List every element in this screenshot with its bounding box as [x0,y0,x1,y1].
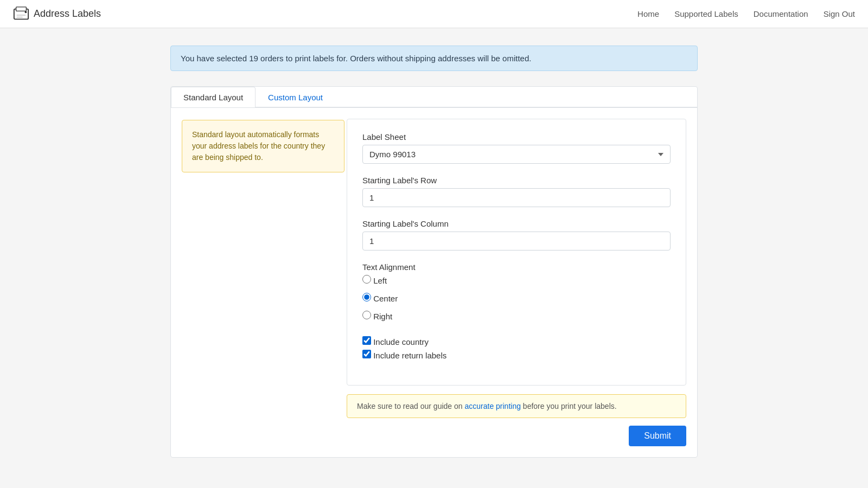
starting-column-group: Starting Label's Column [362,219,671,251]
include-country-checkbox[interactable] [362,336,371,345]
tabs-wrapper: Standard Layout Custom Layout Standard l… [170,86,698,458]
include-return-labels-label: Include return labels [373,351,446,360]
alignment-left-label: Left [373,276,387,285]
starting-row-label: Starting Label's Row [362,176,671,185]
include-country-item[interactable]: Include country [362,336,671,346]
alert-message: You have selected 19 orders to print lab… [181,54,531,63]
label-sheet-label: Label Sheet [362,132,671,142]
home-link[interactable]: Home [637,9,659,18]
right-column: Label Sheet Dymo 99013 Avery 5160 Avery … [347,119,697,457]
bottom-note-post: before you print your labels. [521,402,617,410]
include-return-labels-checkbox[interactable] [362,350,371,358]
bottom-note-pre: Make sure to read our guide on [357,402,464,410]
alignment-right-item[interactable]: Right [362,311,671,321]
starting-row-group: Starting Label's Row [362,176,671,207]
include-return-labels-item[interactable]: Include return labels [362,350,671,360]
svg-rect-2 [17,14,26,15]
supported-labels-link[interactable]: Supported Labels [674,9,738,18]
left-column: Standard layout automatically formats yo… [171,119,334,457]
main-content: You have selected 19 orders to print lab… [157,46,711,458]
info-box-text: Standard layout automatically formats yo… [192,130,325,162]
svg-point-4 [25,11,27,13]
tabs-header: Standard Layout Custom Layout [171,87,697,108]
address-labels-icon [13,6,29,22]
navbar: Address Labels Home Supported Labels Doc… [0,0,868,28]
tabs-body: Standard layout automatically formats yo… [171,108,697,457]
starting-row-input[interactable] [362,188,671,207]
alignment-center-label: Center [373,294,398,303]
sign-out-link[interactable]: Sign Out [824,9,855,18]
include-country-group: Include country Include return labels [362,336,671,360]
alert-banner: You have selected 19 orders to print lab… [170,46,698,71]
starting-column-input[interactable] [362,232,671,251]
label-sheet-group: Label Sheet Dymo 99013 Avery 5160 Avery … [362,132,671,164]
alignment-right-radio[interactable] [362,311,371,319]
form-panel: Label Sheet Dymo 99013 Avery 5160 Avery … [347,119,686,386]
text-alignment-label: Text Alignment [362,262,671,272]
accurate-printing-link[interactable]: accurate printing [464,402,521,410]
svg-rect-1 [16,7,27,11]
alignment-right-label: Right [373,312,392,321]
tabs-list: Standard Layout Custom Layout [171,87,697,107]
alignment-center-radio[interactable] [362,293,371,301]
alignment-center-item[interactable]: Center [362,293,671,303]
navbar-links: Home Supported Labels Documentation Sign… [637,9,855,18]
submit-button[interactable]: Submit [629,426,686,446]
standard-layout-tab[interactable]: Standard Layout [171,87,256,107]
label-sheet-select[interactable]: Dymo 99013 Avery 5160 Avery 5163 Custom [362,145,671,164]
app-brand: Address Labels [13,6,101,22]
include-country-label: Include country [373,337,429,346]
text-alignment-radio-group: Left Center Right [362,275,671,324]
info-box: Standard layout automatically formats yo… [182,120,344,172]
alignment-left-item[interactable]: Left [362,275,671,285]
custom-layout-tab[interactable]: Custom Layout [256,87,335,107]
submit-row: Submit [347,426,686,446]
text-alignment-group: Text Alignment Left Center [362,262,671,324]
svg-rect-3 [17,16,23,17]
starting-column-label: Starting Label's Column [362,219,671,228]
bottom-note: Make sure to read our guide on accurate … [347,394,686,418]
documentation-link[interactable]: Documentation [754,9,808,18]
app-title: Address Labels [34,8,101,20]
alignment-left-radio[interactable] [362,275,371,284]
